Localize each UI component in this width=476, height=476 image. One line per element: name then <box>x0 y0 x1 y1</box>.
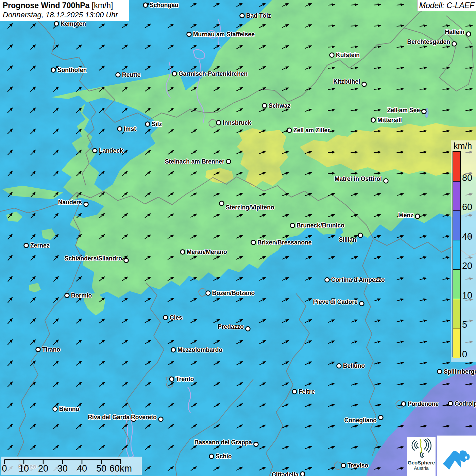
city: Silz <box>146 121 162 128</box>
city-marker <box>341 463 346 468</box>
city-marker <box>164 316 168 320</box>
legend-segment <box>453 240 460 270</box>
city-label: Brixen/Bressanone <box>257 239 312 246</box>
city-marker <box>402 402 406 406</box>
city-marker <box>143 3 148 7</box>
city-label: Kempten <box>61 20 86 27</box>
legend-segment <box>453 269 460 299</box>
city-marker <box>65 293 69 298</box>
city-label: Riva del Garda <box>88 414 130 421</box>
city-label: Bienno <box>59 406 79 412</box>
geosphere-contour-icon <box>408 437 434 459</box>
city: Matrei in Osttirol <box>335 175 388 183</box>
city: Riva del Garda <box>88 414 136 422</box>
city-label: Cles <box>170 314 182 321</box>
geosphere-logo-name: GeoSphere <box>407 460 436 465</box>
city-marker <box>371 118 376 122</box>
city-label: Spilimbergo <box>444 368 476 375</box>
city-label: Rovereto <box>131 414 157 421</box>
map-title: Prognose Wind 700hPa [km/h] <box>3 1 113 10</box>
city-marker <box>93 149 97 153</box>
map-valid-time: Donnerstag, 18.12.2025 13:00 Uhr <box>3 11 118 19</box>
city-marker <box>438 370 442 374</box>
city-label: Zell am See <box>387 107 420 114</box>
city: Steinach am Brenner <box>165 158 231 165</box>
city-label: Schongau <box>150 2 178 8</box>
city-marker <box>84 202 88 207</box>
city-marker <box>53 407 57 411</box>
city-marker <box>358 233 363 238</box>
city-marker <box>36 347 40 352</box>
color-legend: km/h 806040201050 <box>451 140 476 362</box>
city-label: Conegliano <box>344 417 377 424</box>
city-marker <box>254 442 258 447</box>
city: Murnau am Staffelsee <box>187 31 255 38</box>
city-marker <box>116 73 120 77</box>
city-marker <box>118 127 122 131</box>
city-marker <box>51 68 56 72</box>
city-label: Lienz <box>398 212 413 219</box>
geosphere-logo-country: Austria <box>407 465 436 471</box>
partner-logo <box>437 436 476 476</box>
city: Schio <box>209 453 232 460</box>
city-label: Mezzolombardo <box>177 346 222 353</box>
city-marker <box>466 32 471 36</box>
city-label: Mittersill <box>377 117 402 123</box>
city-label: Tirano <box>42 346 60 353</box>
city-marker <box>287 128 292 133</box>
city-marker <box>290 223 295 228</box>
city-label: Zernez <box>30 242 50 249</box>
legend-tick: 20 <box>462 261 476 270</box>
city: Bozen/Bolzano <box>206 290 255 296</box>
city-label: Feltre <box>299 388 315 395</box>
geosphere-logo: GeoSphere Austria <box>407 437 436 476</box>
city-label: Trento <box>176 376 194 382</box>
city-marker <box>181 250 185 254</box>
city-marker <box>301 472 305 476</box>
city-label: Matrei in Osttirol <box>335 175 382 182</box>
city-label: Imst <box>124 125 136 132</box>
city-label: Sillian <box>339 236 356 243</box>
city-label: Murnau am Staffelsee <box>193 31 255 38</box>
city-label: Landeck <box>99 147 123 154</box>
city-label: Garmisch-Partenkirchen <box>178 70 248 77</box>
city: Meran/Merano <box>181 249 227 255</box>
city-label: Steinach am Brenner <box>165 158 224 165</box>
city: Bassano del Grappa <box>194 439 258 447</box>
city-label: Schlanders/Silandro <box>65 255 122 262</box>
legend-tick: 40 <box>462 232 476 241</box>
city-label: Meran/Merano <box>187 249 227 255</box>
city-marker <box>360 302 364 306</box>
city-label: Innsbruck <box>223 119 251 126</box>
city: Brixen/Bressanone <box>251 239 312 246</box>
legend-tick: 60 <box>462 202 476 211</box>
city-marker <box>251 240 256 245</box>
wind-forecast-map-page: SchongauBad TölzKemptenMurnau am Staffel… <box>0 0 476 476</box>
city-label: Sonthofen <box>57 67 87 73</box>
legend-segment <box>453 181 460 211</box>
city-label: Sterzing/Vipiteno <box>226 204 274 211</box>
city-label: Predazzo <box>218 323 244 330</box>
city-label: Bassano del Grappa <box>194 439 252 446</box>
city-marker <box>170 377 174 381</box>
legend-segment <box>453 328 460 358</box>
city-label: Bormio <box>71 292 92 299</box>
city-marker <box>159 417 163 422</box>
city-label: Kufstein <box>336 52 360 58</box>
city-marker <box>452 42 457 46</box>
city-marker <box>124 258 129 263</box>
map-title-box: Prognose Wind 700hPa [km/h] Donnerstag, … <box>0 0 129 21</box>
city-marker <box>172 72 177 76</box>
legend-tick: 5 <box>462 320 476 329</box>
city-marker <box>220 201 224 206</box>
city-label: Reutte <box>122 71 141 78</box>
city-marker <box>240 14 244 18</box>
legend-segment <box>453 210 460 240</box>
city-marker <box>262 104 267 108</box>
city-marker <box>362 82 367 87</box>
city-marker <box>325 278 329 282</box>
city: Garmisch-Partenkirchen <box>172 70 248 77</box>
legend-tick: 0 <box>462 349 476 359</box>
city-label: Zell am Ziller <box>293 127 330 134</box>
city-marker <box>337 364 341 368</box>
